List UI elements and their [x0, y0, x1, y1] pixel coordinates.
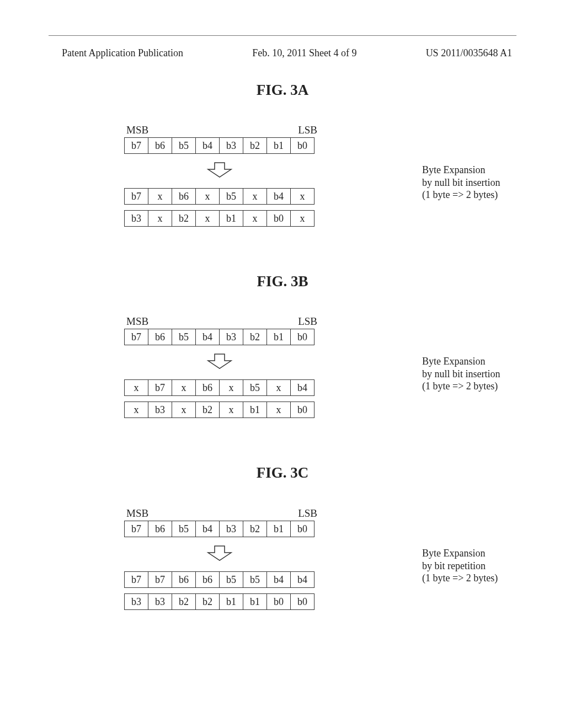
bit-cell: b6 [148, 521, 172, 537]
bit-cell: b4 [196, 138, 220, 153]
input-byte-row: b7 b6 b5 b4 b3 b2 b1 b0 [124, 329, 315, 345]
output-byte-row-2: b3 x b2 x b1 x b0 x [124, 210, 315, 227]
output-byte-row-2: b3 b3 b2 b2 b1 b1 b0 b0 [124, 593, 315, 610]
bit-cell: b7 [125, 138, 148, 153]
bit-cell: b5 [243, 380, 267, 395]
bit-cell: b1 [243, 594, 267, 609]
bit-cell: x [196, 211, 220, 226]
bit-cell: b3 [125, 211, 148, 226]
bit-cell: b3 [148, 594, 172, 609]
bit-cell: b4 [291, 572, 315, 587]
bit-cell: b1 [243, 402, 267, 417]
bit-cell: b6 [196, 572, 220, 587]
arrow-down-icon [205, 162, 234, 178]
bit-cell: b3 [125, 594, 148, 609]
bit-cell: x [148, 211, 172, 226]
input-byte-row: b7 b6 b5 b4 b3 b2 b1 b0 [124, 137, 315, 154]
bit-cell: b6 [196, 380, 220, 395]
caption-line: Byte Expansion [422, 355, 532, 368]
figure-title-3a: FIG. 3A [0, 82, 565, 99]
sheet-label: Feb. 10, 2011 Sheet 4 of 9 [252, 47, 356, 59]
bit-cell: b0 [267, 594, 291, 609]
bit-cell: b5 [172, 329, 196, 345]
output-byte-row-1: b7 b7 b6 b6 b5 b5 b4 b4 [124, 571, 315, 588]
pubnum-label: US 2011/0035648 A1 [426, 47, 512, 59]
bit-cell: b2 [243, 138, 267, 153]
bit-cell: b7 [125, 572, 148, 587]
bit-cell: b6 [172, 189, 196, 204]
bit-cell: b3 [220, 521, 243, 537]
bit-cell: b5 [220, 189, 243, 204]
bit-cell: b1 [220, 211, 243, 226]
header-rule [49, 35, 516, 36]
bit-cell: b2 [196, 402, 220, 417]
bit-cell: b7 [125, 329, 148, 345]
bit-cell: b6 [172, 572, 196, 587]
lsb-label: LSB [298, 507, 317, 520]
bit-cell: b1 [220, 594, 243, 609]
bit-cell: b2 [243, 329, 267, 345]
bit-cell: b0 [291, 521, 315, 537]
input-byte-row: b7 b6 b5 b4 b3 b2 b1 b0 [124, 521, 315, 537]
bit-cell: b3 [220, 138, 243, 153]
caption-line: (1 byte => 2 bytes) [422, 380, 532, 393]
output-byte-row-2: x b3 x b2 x b1 x b0 [124, 402, 315, 418]
msb-label: MSB [126, 507, 148, 520]
bit-cell: x [148, 189, 172, 204]
bit-cell: b1 [267, 521, 291, 537]
bit-cell: b4 [196, 329, 220, 345]
caption-line: by bit repetition [422, 560, 532, 572]
bit-cell: x [196, 189, 220, 204]
lsb-label: LSB [298, 124, 317, 136]
bit-cell: b3 [220, 329, 243, 345]
msb-label: MSB [126, 315, 148, 328]
bit-cell: x [220, 402, 243, 417]
bit-cell: b6 [148, 138, 172, 153]
arrow-down-icon [205, 545, 234, 561]
arrow-down-icon [205, 353, 234, 370]
bit-cell: b7 [148, 380, 172, 395]
figure-title-3b: FIG. 3B [0, 273, 565, 290]
figure-block-3c: MSB LSB b7 b6 b5 b4 b3 b2 b1 b0 b7 b7 b6… [124, 507, 433, 610]
figure-block-3b: MSB LSB b7 b6 b5 b4 b3 b2 b1 b0 x b7 x b… [124, 315, 433, 418]
bit-cell: b5 [172, 521, 196, 537]
bit-cell: b7 [125, 521, 148, 537]
caption-line: Byte Expansion [422, 547, 532, 560]
page-header: Patent Application Publication Feb. 10, … [0, 47, 565, 59]
bit-cell: x [172, 402, 196, 417]
bit-cell: b7 [148, 572, 172, 587]
bit-cell: b1 [267, 329, 291, 345]
bit-cell: x [125, 402, 148, 417]
bit-cell: x [220, 380, 243, 395]
bit-cell: b0 [267, 211, 291, 226]
lsb-label: LSB [298, 315, 317, 328]
bit-cell: b2 [243, 521, 267, 537]
figure-block-3a: MSB LSB b7 b6 b5 b4 b3 b2 b1 b0 b7 x b6 … [124, 124, 433, 227]
bit-cell: b2 [172, 211, 196, 226]
caption-3c: Byte Expansion by bit repetition (1 byte… [422, 547, 532, 585]
bit-cell: b0 [291, 594, 315, 609]
bit-cell: x [243, 211, 267, 226]
caption-line: (1 byte => 2 bytes) [422, 189, 532, 201]
caption-3b: Byte Expansion by null bit insertion (1 … [422, 355, 532, 393]
bit-cell: x [267, 380, 291, 395]
bit-cell: b5 [172, 138, 196, 153]
bit-cell: b4 [267, 189, 291, 204]
bit-cell: b1 [267, 138, 291, 153]
bit-cell: b6 [148, 329, 172, 345]
bit-cell: b0 [291, 402, 315, 417]
bit-cell: b3 [148, 402, 172, 417]
figure-title-3c: FIG. 3C [0, 464, 565, 481]
bit-cell: b4 [196, 521, 220, 537]
bit-cell: x [291, 189, 315, 204]
bit-cell: x [125, 380, 148, 395]
msb-label: MSB [126, 124, 148, 136]
bit-cell: b7 [125, 189, 148, 204]
bit-cell: b5 [220, 572, 243, 587]
caption-line: by null bit insertion [422, 176, 532, 189]
bit-cell: b4 [267, 572, 291, 587]
caption-3a: Byte Expansion by null bit insertion (1 … [422, 164, 532, 201]
bit-cell: b2 [172, 594, 196, 609]
caption-line: by null bit insertion [422, 368, 532, 381]
caption-line: Byte Expansion [422, 164, 532, 176]
